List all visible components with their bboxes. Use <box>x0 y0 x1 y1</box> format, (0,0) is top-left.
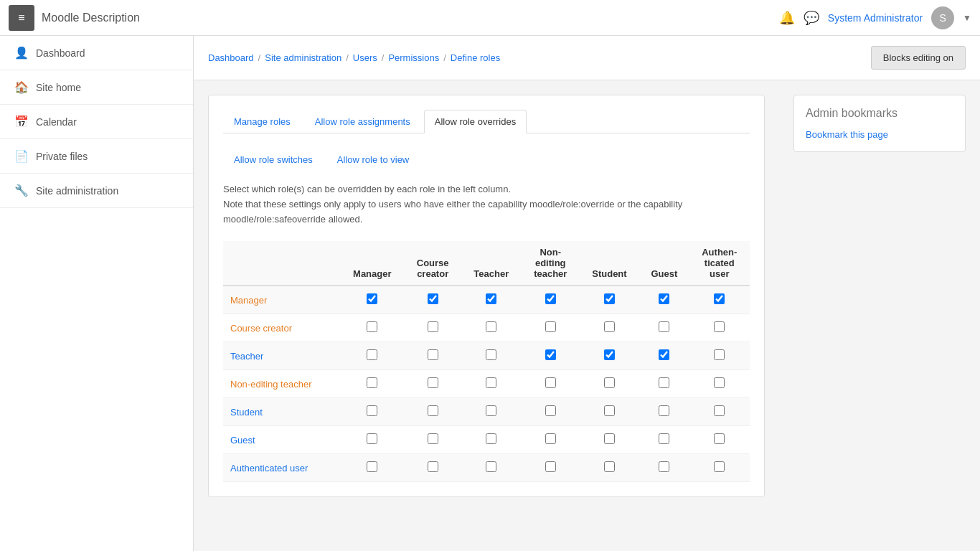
checkbox-cell <box>639 370 689 398</box>
checkbox-cell <box>405 314 461 342</box>
checkbox-cell <box>522 314 580 342</box>
role-override-checkbox[interactable] <box>428 461 438 472</box>
breadcrumb-define-roles[interactable]: Define roles <box>451 52 500 63</box>
avatar[interactable]: S <box>931 6 954 29</box>
role-override-checkbox[interactable] <box>545 349 556 360</box>
role-override-checkbox[interactable] <box>659 321 669 332</box>
role-override-checkbox[interactable] <box>486 433 496 444</box>
col-header-manager: Manager <box>340 241 405 286</box>
role-override-checkbox[interactable] <box>486 293 496 304</box>
role-override-checkbox[interactable] <box>486 461 496 472</box>
role-link[interactable]: Authenticated user <box>230 463 308 474</box>
tab-allow-role-to-view[interactable]: Allow role to view <box>326 148 420 171</box>
breadcrumb-permissions[interactable]: Permissions <box>388 52 439 63</box>
sidebar-item-calendar[interactable]: 📅 Calendar <box>0 105 193 139</box>
role-link[interactable]: Manager <box>230 295 267 306</box>
tab-allow-role-overrides[interactable]: Allow role overrides <box>424 110 527 133</box>
admin-bookmarks-card: Admin bookmarks Bookmark this page <box>793 95 966 152</box>
role-override-checkbox[interactable] <box>714 349 725 360</box>
role-override-checkbox[interactable] <box>367 349 377 360</box>
override-table: Manager Coursecreator Teacher Non-editin… <box>223 241 750 482</box>
role-override-checkbox[interactable] <box>367 321 377 332</box>
role-override-checkbox[interactable] <box>714 461 725 472</box>
description-line2: Note that these settings only apply to u… <box>223 199 682 225</box>
navbar: ≡ Moodle Description 🔔 💬 System Administ… <box>0 0 980 36</box>
role-override-checkbox[interactable] <box>545 377 556 388</box>
role-override-checkbox[interactable] <box>604 377 615 388</box>
role-override-checkbox[interactable] <box>428 349 438 360</box>
role-override-checkbox[interactable] <box>604 405 615 416</box>
role-override-checkbox[interactable] <box>545 461 556 472</box>
user-dropdown-icon[interactable]: ▼ <box>963 13 971 23</box>
role-override-checkbox[interactable] <box>367 377 377 388</box>
checkbox-cell <box>639 426 689 454</box>
role-override-checkbox[interactable] <box>545 293 556 304</box>
role-override-checkbox[interactable] <box>486 349 496 360</box>
checkbox-cell <box>580 370 639 398</box>
checkbox-cell <box>689 342 750 370</box>
role-name-cell: Student <box>223 398 340 426</box>
bookmark-this-page-link[interactable]: Bookmark this page <box>806 129 888 140</box>
checkbox-cell <box>461 426 522 454</box>
role-override-checkbox[interactable] <box>545 321 556 332</box>
role-override-checkbox[interactable] <box>714 433 725 444</box>
tabs-row2: Allow role switches Allow role to view <box>223 148 750 171</box>
table-row: Authenticated user <box>223 454 750 482</box>
role-override-checkbox[interactable] <box>367 293 377 304</box>
role-override-checkbox[interactable] <box>604 433 615 444</box>
role-override-checkbox[interactable] <box>428 321 438 332</box>
role-override-checkbox[interactable] <box>367 405 377 416</box>
role-override-checkbox[interactable] <box>659 349 669 360</box>
sidebar-item-site-home[interactable]: 🏠 Site home <box>0 70 193 105</box>
role-override-checkbox[interactable] <box>428 405 438 416</box>
role-link[interactable]: Teacher <box>230 351 263 362</box>
role-override-checkbox[interactable] <box>659 377 669 388</box>
role-link[interactable]: Student <box>230 407 263 418</box>
role-override-checkbox[interactable] <box>486 377 496 388</box>
hamburger-button[interactable]: ≡ <box>9 5 34 31</box>
role-override-checkbox[interactable] <box>545 433 556 444</box>
role-override-checkbox[interactable] <box>714 321 725 332</box>
avatar-initial: S <box>939 12 946 24</box>
role-override-checkbox[interactable] <box>428 377 438 388</box>
role-override-checkbox[interactable] <box>659 293 669 304</box>
role-override-checkbox[interactable] <box>367 433 377 444</box>
breadcrumb-users[interactable]: Users <box>353 52 377 63</box>
role-override-checkbox[interactable] <box>659 405 669 416</box>
blocks-editing-button[interactable]: Blocks editing on <box>871 46 966 70</box>
role-override-checkbox[interactable] <box>659 433 669 444</box>
role-override-checkbox[interactable] <box>486 321 496 332</box>
notification-icon[interactable]: 🔔 <box>779 10 795 26</box>
layout: 👤 Dashboard 🏠 Site home 📅 Calendar 📄 Pri… <box>0 36 980 551</box>
message-icon[interactable]: 💬 <box>804 10 819 26</box>
role-override-checkbox[interactable] <box>545 405 556 416</box>
role-link[interactable]: Course creator <box>230 323 292 334</box>
role-override-checkbox[interactable] <box>659 461 669 472</box>
role-override-checkbox[interactable] <box>714 377 725 388</box>
role-override-checkbox[interactable] <box>604 349 615 360</box>
checkbox-cell <box>405 426 461 454</box>
role-link[interactable]: Non-editing teacher <box>230 379 311 390</box>
tab-allow-role-switches[interactable]: Allow role switches <box>223 148 324 171</box>
breadcrumb-site-admin[interactable]: Site administration <box>265 52 341 63</box>
checkbox-cell <box>639 454 689 482</box>
role-override-checkbox[interactable] <box>428 293 438 304</box>
role-override-checkbox[interactable] <box>714 293 725 304</box>
tab-manage-roles[interactable]: Manage roles <box>223 110 301 133</box>
sidebar-item-site-admin[interactable]: 🔧 Site administration <box>0 174 193 208</box>
role-override-checkbox[interactable] <box>604 293 615 304</box>
role-link[interactable]: Guest <box>230 435 255 446</box>
role-override-checkbox[interactable] <box>604 461 615 472</box>
role-override-checkbox[interactable] <box>428 433 438 444</box>
user-name[interactable]: System Administrator <box>828 12 923 24</box>
role-override-checkbox[interactable] <box>486 405 496 416</box>
role-override-checkbox[interactable] <box>714 405 725 416</box>
tab-allow-role-assignments[interactable]: Allow role assignments <box>304 110 421 133</box>
sidebar-item-private-files[interactable]: 📄 Private files <box>0 139 193 174</box>
hamburger-icon: ≡ <box>18 11 24 24</box>
role-override-checkbox[interactable] <box>604 321 615 332</box>
role-name-cell: Course creator <box>223 314 340 342</box>
sidebar-item-dashboard[interactable]: 👤 Dashboard <box>0 36 193 70</box>
breadcrumb-dashboard[interactable]: Dashboard <box>208 52 254 63</box>
role-override-checkbox[interactable] <box>367 461 377 472</box>
